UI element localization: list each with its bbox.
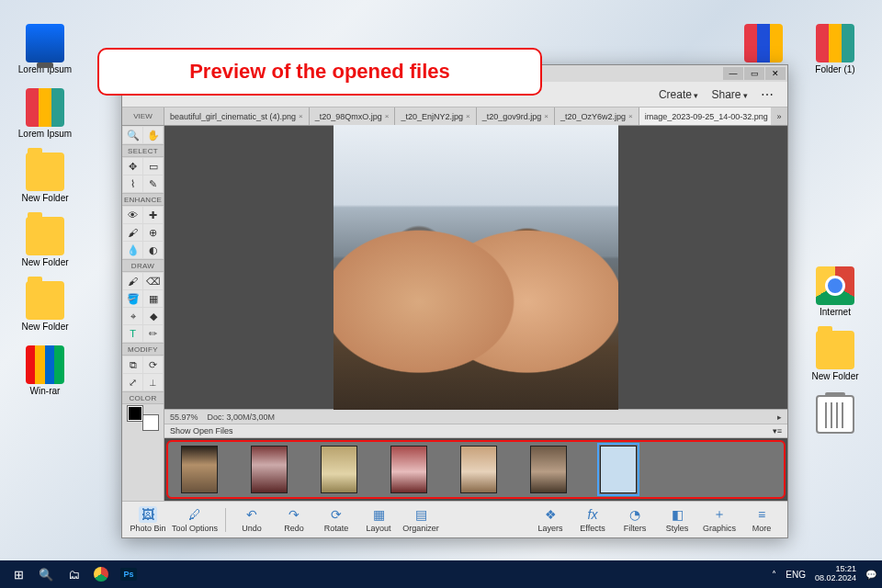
show-open-files-bar[interactable]: Show Open Files ▾≡ (164, 424, 787, 438)
eyedropper-tool[interactable]: ⌖ (123, 308, 142, 324)
redeye-tool[interactable]: 👁 (123, 207, 142, 223)
effects-button[interactable]: fxEffects (574, 506, 611, 533)
brush-tool[interactable]: 🖌 (123, 273, 142, 289)
file-tab[interactable]: _t20_98QmxO.jpg× (310, 107, 396, 125)
photo-bin-button[interactable]: 🖼Photo Bin (130, 506, 166, 533)
tool-options-button[interactable]: 🖊Tool Options (172, 506, 218, 533)
start-button[interactable]: ⊞ (6, 563, 31, 585)
tray-language[interactable]: ENG (786, 570, 806, 580)
button-label: Redo (284, 524, 304, 533)
styles-button[interactable]: ◧Styles (659, 506, 695, 533)
button-label: Undo (242, 524, 262, 533)
tool-palette: 🔍 ✋ SELECT ✥ ▭ ⌇ ✎ ENHANCE 👁 ✚ 🖌 ⊕ 💧 ◐ D… (122, 126, 164, 501)
menu-share[interactable]: Share (711, 88, 748, 101)
canvas-area[interactable] (164, 126, 787, 409)
smart-brush-tool[interactable]: 🖌 (123, 224, 142, 241)
marquee-tool[interactable]: ▭ (143, 158, 163, 175)
quick-select-tool[interactable]: ✎ (143, 175, 163, 192)
sponge-tool[interactable]: ◐ (143, 242, 163, 258)
desktop-icon-chrome[interactable]: Internet (805, 266, 865, 317)
hand-tool[interactable]: ✋ (143, 127, 163, 143)
tab-overflow-button[interactable]: » (771, 107, 787, 125)
close-icon[interactable]: × (299, 112, 303, 120)
desktop-icon-binders[interactable]: Lorem Ipsum (15, 88, 75, 139)
tool-group-select: SELECT (122, 144, 164, 157)
separator (225, 508, 226, 532)
close-icon[interactable]: × (385, 112, 390, 120)
file-tab[interactable]: beautiful_girl_cinematic_st (4).png× (164, 107, 310, 125)
taskbar-chrome[interactable] (88, 563, 114, 585)
more-button[interactable]: ≡More (743, 506, 780, 533)
bottom-toolbar: 🖼Photo Bin 🖊Tool Options ↶Undo ↷Redo ⟳Ro… (122, 501, 787, 537)
undo-button[interactable]: ↶Undo (233, 506, 270, 533)
desktop-icon-folder-r2[interactable]: New Folder (805, 331, 865, 381)
close-icon[interactable]: × (628, 112, 633, 120)
redo-button[interactable]: ↷Redo (276, 506, 312, 533)
background-color[interactable] (143, 415, 158, 430)
search-button[interactable]: 🔍 (33, 563, 59, 585)
move-tool[interactable]: ✥ (123, 158, 142, 175)
folder-icon (26, 217, 64, 255)
desktop-icon-folder-2[interactable]: New Folder (15, 217, 75, 267)
status-menu-icon[interactable]: ▸ (777, 413, 782, 422)
desktop-icon-winrar[interactable]: Win-rar (15, 345, 75, 396)
close-icon[interactable]: × (544, 112, 548, 120)
recompose-tool[interactable]: ⟳ (143, 356, 163, 373)
fill-tool[interactable]: 🪣 (123, 290, 142, 307)
desktop-icon-folder-1[interactable]: New Folder (15, 153, 75, 203)
spot-heal-tool[interactable]: ✚ (143, 207, 163, 223)
tray-notifications-icon[interactable]: 💬 (865, 570, 876, 580)
menu-create[interactable]: Create (659, 88, 699, 101)
graphics-button[interactable]: ＋Graphics (701, 506, 738, 533)
eraser-tool[interactable]: ⌫ (143, 273, 163, 289)
file-tab[interactable]: _t20_OzY6w2.jpg× (555, 107, 639, 125)
pencil-tool[interactable]: ✏ (143, 325, 163, 342)
organizer-button[interactable]: ▤Organizer (402, 506, 439, 533)
type-tool[interactable]: T (123, 325, 142, 342)
desktop-icon-folder-3[interactable]: New Folder (15, 281, 75, 332)
lasso-tool[interactable]: ⌇ (123, 175, 142, 192)
file-tab-active[interactable]: image_2023-09-25_14-00-32.png @ 56% (RGB… (639, 107, 771, 125)
photo-bin-thumb[interactable] (460, 446, 497, 493)
window-maximize-button[interactable]: ▭ (744, 67, 764, 80)
clone-tool[interactable]: ⊕ (143, 224, 163, 241)
crop-tool[interactable]: ⧉ (123, 356, 142, 373)
layout-button[interactable]: ▦Layout (360, 506, 397, 533)
straighten-tool[interactable]: ⟂ (143, 374, 163, 390)
content-move-tool[interactable]: ⤢ (123, 374, 142, 390)
desktop-icon-binders-2[interactable] (733, 24, 794, 64)
desktop-icon-folder-r1[interactable]: Folder (1) (805, 24, 865, 74)
zoom-readout[interactable]: 55.97% (170, 413, 198, 422)
filters-button[interactable]: ◔Filters (616, 506, 653, 533)
styles-icon: ◧ (668, 506, 686, 523)
photo-bin-thumb[interactable] (181, 446, 218, 493)
foreground-color[interactable] (128, 406, 142, 421)
file-tab[interactable]: _t20_EnjNY2.jpg× (395, 107, 476, 125)
rotate-button[interactable]: ⟳Rotate (318, 506, 355, 533)
blur-tool[interactable]: 💧 (123, 242, 142, 258)
desktop-icon-label: New Folder (21, 257, 68, 267)
photo-bin-thumb-selected[interactable] (600, 446, 637, 493)
close-icon[interactable]: × (466, 112, 470, 120)
desktop-icon-pc[interactable]: Lorem Ipsum (15, 24, 75, 74)
taskbar-photoshop[interactable]: Ps (116, 563, 141, 585)
photo-bin-thumb[interactable] (390, 446, 427, 493)
window-minimize-button[interactable]: — (723, 67, 743, 80)
binders-icon (744, 24, 783, 62)
menu-more-icon[interactable]: ⋯ (761, 87, 775, 102)
desktop-icon-trash[interactable] (805, 395, 865, 435)
photo-bin-thumb[interactable] (321, 446, 357, 493)
file-tab[interactable]: _t20_gov9rd.jpg× (477, 107, 555, 125)
taskbar-explorer[interactable]: 🗂 (61, 563, 86, 585)
gradient-tool[interactable]: ▦ (143, 290, 163, 307)
photo-bin-thumb[interactable] (530, 446, 567, 493)
tray-clock[interactable]: 15:2108.02.2024 (815, 565, 856, 583)
tray-chevron-icon[interactable]: ˄ (772, 570, 776, 580)
color-swatch[interactable] (128, 406, 158, 430)
window-close-button[interactable]: ✕ (765, 67, 786, 80)
shape-tool[interactable]: ◆ (143, 308, 163, 324)
panel-menu-icon[interactable]: ▾≡ (773, 426, 782, 435)
zoom-tool[interactable]: 🔍 (123, 127, 142, 143)
layers-button[interactable]: ❖Layers (532, 506, 569, 533)
photo-bin-thumb[interactable] (251, 446, 288, 493)
